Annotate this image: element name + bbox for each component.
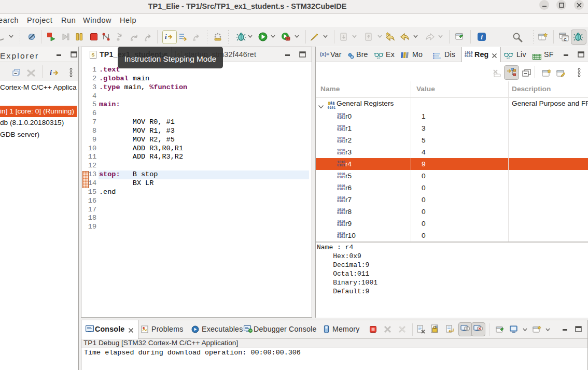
svg-text:i: i xyxy=(50,69,52,77)
svg-text:S: S xyxy=(91,52,94,58)
svg-text:i: i xyxy=(481,33,483,41)
svg-text:x=: x= xyxy=(377,56,381,59)
svg-text:C: C xyxy=(564,37,567,42)
svg-text:x=: x= xyxy=(507,56,510,59)
svg-text:0101: 0101 xyxy=(328,106,336,110)
svg-text:i: i xyxy=(165,33,167,40)
